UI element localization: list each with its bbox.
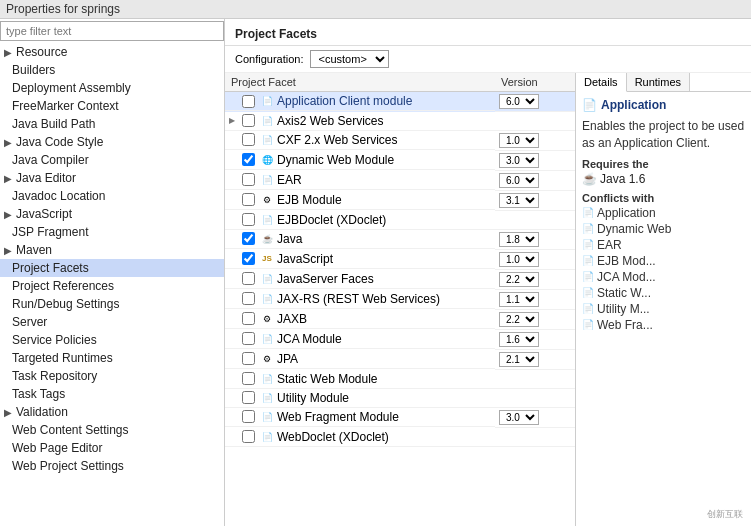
sidebar-item-javascript[interactable]: ▶JavaScript bbox=[0, 205, 224, 223]
table-row[interactable]: ⚙JPA2.1 bbox=[225, 350, 575, 370]
sidebar-item-project-facets[interactable]: Project Facets bbox=[0, 259, 224, 277]
version-select-cxf[interactable]: 1.0 bbox=[499, 133, 539, 148]
table-row[interactable]: 📄JCA Module1.6 bbox=[225, 330, 575, 350]
conflict-item: 📄Web Fra... bbox=[582, 318, 745, 332]
version-select-jax-rs[interactable]: 1.1 bbox=[499, 292, 539, 307]
version-select-javascript[interactable]: 1.0 bbox=[499, 252, 539, 267]
sidebar-item-deployment-assembly[interactable]: Deployment Assembly bbox=[0, 79, 224, 97]
table-row[interactable]: JSJavaScript1.0 bbox=[225, 250, 575, 270]
table-row[interactable]: ⚙EJB Module3.1 bbox=[225, 191, 575, 211]
config-select[interactable]: <custom> bbox=[310, 50, 389, 68]
table-row[interactable]: 📄JAX-RS (REST Web Services)1.1 bbox=[225, 290, 575, 310]
facet-checkbox-javascript[interactable] bbox=[242, 252, 255, 265]
sidebar-item-service-policies[interactable]: Service Policies bbox=[0, 331, 224, 349]
facet-name-cell-ejb-module: ⚙EJB Module bbox=[225, 191, 495, 210]
sidebar-item-label-project-references: Project References bbox=[12, 279, 114, 293]
version-select-app-client[interactable]: 6.0 bbox=[499, 94, 539, 109]
sidebar-item-freemarker-context[interactable]: FreeMarker Context bbox=[0, 97, 224, 115]
sidebar-item-java-compiler[interactable]: Java Compiler bbox=[0, 151, 224, 169]
table-row[interactable]: ▶📄Axis2 Web Services bbox=[225, 112, 575, 131]
sidebar-item-java-code-style[interactable]: ▶Java Code Style bbox=[0, 133, 224, 151]
facet-checkbox-app-client[interactable] bbox=[242, 95, 255, 108]
facet-name-text-web-fragment: Web Fragment Module bbox=[277, 410, 399, 424]
sidebar-item-run-debug-settings[interactable]: Run/Debug Settings bbox=[0, 295, 224, 313]
sidebar-item-project-references[interactable]: Project References bbox=[0, 277, 224, 295]
table-row[interactable]: 📄EAR6.0 bbox=[225, 171, 575, 191]
facet-name-cell-jca-module: 📄JCA Module bbox=[225, 330, 495, 349]
table-row[interactable]: 📄EJBDoclet (XDoclet) bbox=[225, 211, 575, 230]
sidebar-item-web-project-settings[interactable]: Web Project Settings bbox=[0, 457, 224, 475]
version-select-jsf[interactable]: 2.2 bbox=[499, 272, 539, 287]
conflict-item: 📄Utility M... bbox=[582, 302, 745, 316]
sidebar-item-web-content-settings[interactable]: Web Content Settings bbox=[0, 421, 224, 439]
version-select-web-fragment[interactable]: 3.0 bbox=[499, 410, 539, 425]
details-panel: Details Runtimes 📄 Application Enables t… bbox=[576, 73, 751, 526]
sidebar-item-label-javadoc-location: Javadoc Location bbox=[12, 189, 105, 203]
facet-checkbox-webdoclet[interactable] bbox=[242, 430, 255, 443]
row-expand-axis2[interactable]: ▶ bbox=[229, 116, 239, 125]
version-select-java[interactable]: 1.8 bbox=[499, 232, 539, 247]
facet-checkbox-static-web[interactable] bbox=[242, 372, 255, 385]
conflict-item-text: Dynamic Web bbox=[597, 222, 671, 236]
sidebar-item-validation[interactable]: ▶Validation bbox=[0, 403, 224, 421]
facet-checkbox-java[interactable] bbox=[242, 232, 255, 245]
version-select-dynamic-web[interactable]: 3.0 bbox=[499, 153, 539, 168]
facet-checkbox-jsf[interactable] bbox=[242, 272, 255, 285]
sidebar-item-javadoc-location[interactable]: Javadoc Location bbox=[0, 187, 224, 205]
table-row[interactable]: 📄Web Fragment Module3.0 bbox=[225, 408, 575, 428]
sidebar-item-java-build-path[interactable]: Java Build Path bbox=[0, 115, 224, 133]
facet-checkbox-jax-rs[interactable] bbox=[242, 292, 255, 305]
facet-checkbox-jca-module[interactable] bbox=[242, 332, 255, 345]
facet-icon-jax-rs: 📄 bbox=[260, 292, 274, 306]
facet-version-cell-utility bbox=[495, 389, 575, 408]
sidebar-item-resource[interactable]: ▶Resource bbox=[0, 43, 224, 61]
sidebar-item-server[interactable]: Server bbox=[0, 313, 224, 331]
table-row[interactable]: 📄Static Web Module bbox=[225, 370, 575, 389]
sidebar-item-web-page-editor[interactable]: Web Page Editor bbox=[0, 439, 224, 457]
facet-checkbox-dynamic-web[interactable] bbox=[242, 153, 255, 166]
facet-checkbox-utility[interactable] bbox=[242, 391, 255, 404]
sidebar-item-targeted-runtimes[interactable]: Targeted Runtimes bbox=[0, 349, 224, 367]
facet-name-text-app-client: Application Client module bbox=[277, 94, 412, 108]
facet-checkbox-jaxb[interactable] bbox=[242, 312, 255, 325]
tab-details[interactable]: Details bbox=[576, 73, 627, 92]
facet-checkbox-ejbdoclet[interactable] bbox=[242, 213, 255, 226]
facet-checkbox-jpa[interactable] bbox=[242, 352, 255, 365]
sidebar-item-maven[interactable]: ▶Maven bbox=[0, 241, 224, 259]
table-row[interactable]: 📄WebDoclet (XDoclet) bbox=[225, 428, 575, 447]
sidebar-item-label-task-repository: Task Repository bbox=[12, 369, 97, 383]
facet-checkbox-ejb-module[interactable] bbox=[242, 193, 255, 206]
table-row[interactable]: 📄JavaServer Faces2.2 bbox=[225, 270, 575, 290]
table-row[interactable]: 📄CXF 2.x Web Services1.0 bbox=[225, 131, 575, 151]
version-select-ear[interactable]: 6.0 bbox=[499, 173, 539, 188]
facet-name-cell-web-fragment: 📄Web Fragment Module bbox=[225, 408, 495, 427]
facet-name-text-webdoclet: WebDoclet (XDoclet) bbox=[277, 430, 389, 444]
sidebar-item-label-task-tags: Task Tags bbox=[12, 387, 65, 401]
sidebar-item-jsp-fragment[interactable]: JSP Fragment bbox=[0, 223, 224, 241]
table-row[interactable]: 📄Utility Module bbox=[225, 389, 575, 408]
filter-input[interactable] bbox=[0, 21, 224, 41]
table-row[interactable]: ⚙JAXB2.2 bbox=[225, 310, 575, 330]
sidebar-item-java-editor[interactable]: ▶Java Editor bbox=[0, 169, 224, 187]
facet-checkbox-web-fragment[interactable] bbox=[242, 410, 255, 423]
sidebar-item-label-run-debug-settings: Run/Debug Settings bbox=[12, 297, 119, 311]
table-row[interactable]: 📄Application Client module6.0 bbox=[225, 92, 575, 112]
page-title: Project Facets bbox=[235, 27, 317, 41]
facet-checkbox-axis2[interactable] bbox=[242, 114, 255, 127]
table-row[interactable]: 🌐Dynamic Web Module3.0 bbox=[225, 151, 575, 171]
sidebar-item-builders[interactable]: Builders bbox=[0, 61, 224, 79]
version-select-jpa[interactable]: 2.1 bbox=[499, 352, 539, 367]
table-row[interactable]: ☕Java1.8 bbox=[225, 230, 575, 250]
version-select-ejb-module[interactable]: 3.1 bbox=[499, 193, 539, 208]
facet-checkbox-cxf[interactable] bbox=[242, 133, 255, 146]
sidebar-item-task-repository[interactable]: Task Repository bbox=[0, 367, 224, 385]
sidebar-item-label-jsp-fragment: JSP Fragment bbox=[12, 225, 88, 239]
version-select-jca-module[interactable]: 1.6 bbox=[499, 332, 539, 347]
facet-name-text-ejbdoclet: EJBDoclet (XDoclet) bbox=[277, 213, 386, 227]
version-select-jaxb[interactable]: 2.2 bbox=[499, 312, 539, 327]
facet-checkbox-ear[interactable] bbox=[242, 173, 255, 186]
facet-table-body: 📄Application Client module6.0▶📄Axis2 Web… bbox=[225, 92, 575, 447]
conflict-item-text: Utility M... bbox=[597, 302, 650, 316]
tab-runtimes[interactable]: Runtimes bbox=[627, 73, 690, 91]
sidebar-item-task-tags[interactable]: Task Tags bbox=[0, 385, 224, 403]
